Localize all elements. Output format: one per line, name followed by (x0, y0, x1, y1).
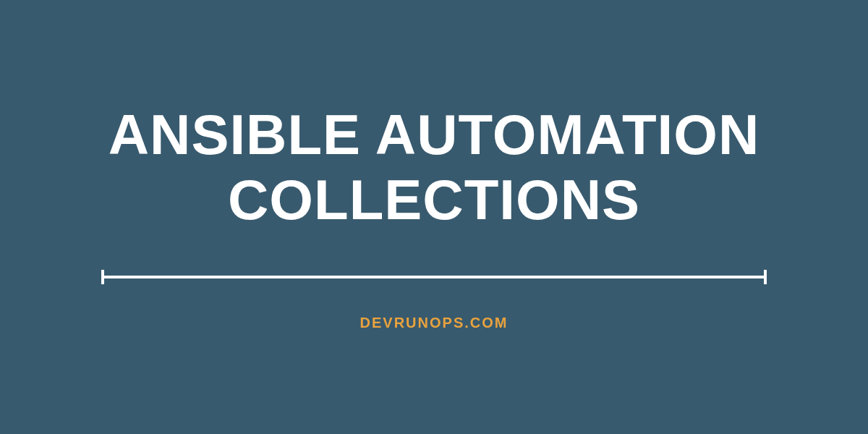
title-line-2: COLLECTIONS (228, 168, 640, 231)
horizontal-divider (101, 276, 767, 278)
footer-url: DEVRUNOPS.COM (360, 315, 509, 331)
title-line-1: ANSIBLE AUTOMATION (109, 103, 760, 166)
main-title: ANSIBLE AUTOMATION COLLECTIONS (109, 103, 760, 232)
